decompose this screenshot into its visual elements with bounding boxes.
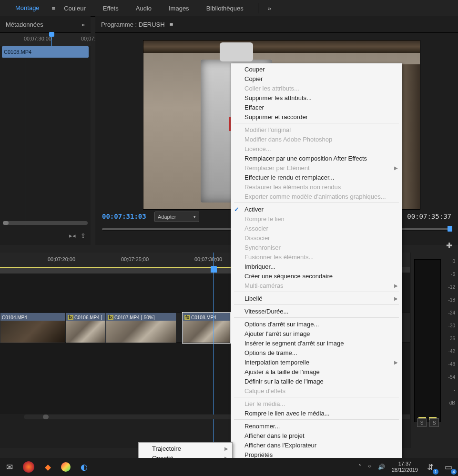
solo-button[interactable]: S — [429, 418, 439, 427]
app-icon[interactable] — [61, 462, 71, 472]
menu-item[interactable]: Créer une séquence secondaire — [231, 271, 402, 281]
menu-item: Dissocier — [231, 233, 402, 243]
menu-item[interactable]: Définir sur la taille de l'image — [231, 376, 402, 386]
timecode-in[interactable]: 00:07:31:03 — [102, 213, 146, 220]
audio-meters: 0-6-12-18-24-30-36-42-48-54-dB S S — [410, 253, 458, 448]
menu-item: Exporter comme modèle d'animations graph… — [231, 192, 402, 201]
timecode-out: 00:07:35:37 — [407, 213, 451, 220]
date-label: 28/12/2019 — [392, 467, 418, 473]
notifications-icon[interactable]: ▭ — [443, 461, 454, 473]
source-scrollbar[interactable] — [3, 221, 88, 225]
menu-item[interactable]: Remplacer par une composition After Effe… — [231, 153, 402, 163]
zoom-fit-dropdown[interactable]: Adapter ▾ — [154, 212, 199, 222]
overflow-icon[interactable]: » — [268, 5, 271, 12]
timeline-clip[interactable]: fxC0108.MP4 — [183, 313, 230, 343]
solo-button[interactable]: S — [417, 418, 427, 427]
clock[interactable]: 17:37 28/12/2019 — [392, 461, 418, 473]
menu-item[interactable]: Options d'arrêt sur image... — [231, 319, 402, 329]
menu-item: Remplacer par Elément▶ — [231, 163, 402, 172]
menu-item[interactable]: Supprimer les attributs... — [231, 93, 402, 102]
menu-item: Multi-caméras▶ — [231, 281, 402, 290]
menu-item: Fusionner les éléments... — [231, 252, 402, 262]
mail-icon[interactable]: ✉ — [4, 461, 15, 473]
menu-item[interactable]: Libellé▶ — [231, 294, 402, 303]
menu-item: Coller les attributs... — [231, 83, 402, 93]
tab-audio[interactable]: Audio — [127, 0, 160, 16]
volume-icon[interactable]: 🔊 — [378, 464, 385, 470]
menu-item[interactable]: Copier — [231, 74, 402, 83]
menu-item[interactable]: Interpolation temporelle▶ — [231, 357, 402, 367]
meter — [414, 259, 441, 422]
tray-app-icon[interactable]: ⇵ — [425, 461, 436, 473]
windows-taskbar: ✉ ◆ ◐ ˄ ⌔ 🔊 17:37 28/12/2019 ⇵ ▭ — [0, 458, 458, 476]
tab-effets[interactable]: Effets — [94, 0, 127, 16]
timeline-clip[interactable]: C0104.MP4 — [0, 313, 65, 343]
tab-images[interactable]: Images — [160, 0, 198, 16]
menu-item[interactable]: Ajuster à la taille de l'image — [231, 367, 402, 376]
tab-couleur[interactable]: Couleur — [55, 0, 94, 16]
menu-item[interactable]: Vitesse/Durée... — [231, 306, 402, 316]
menu-item: Calque d'effets — [231, 386, 402, 395]
context-menu: CouperCopierColler les attributs...Suppr… — [231, 63, 402, 474]
overflow-icon[interactable]: » — [81, 21, 85, 28]
chevron-down-icon: ▾ — [193, 214, 196, 219]
time-label: 17:37 — [392, 461, 418, 467]
ruler-tick: 00;07:25;00 — [121, 256, 149, 262]
tab-biblio[interactable]: Bibliothèques — [198, 0, 252, 16]
menu-item: Synchroniser — [231, 243, 402, 252]
panel-title: Programme : DERUSH — [101, 21, 165, 28]
timeline-clip[interactable]: fxC0106.MP4 [ — [66, 313, 106, 343]
metadata-panel: Métadonnées » 00;07:30:00 00;07:35; C010… — [0, 16, 91, 245]
timecode-label: 00;07:30:00 — [24, 36, 51, 41]
menu-item[interactable]: Supprimer et raccorder — [231, 112, 402, 122]
ruler-tick: 00;07:30;00 — [194, 256, 222, 262]
menu-item[interactable]: Afficher dans le projet — [231, 431, 402, 440]
menu-item[interactable]: Effectuer le rendu et remplacer... — [231, 172, 402, 182]
menu-item[interactable]: Effacer — [231, 102, 402, 112]
menu-item[interactable]: Ajouter l'arrêt sur image — [231, 329, 402, 338]
panel-title: Métadonnées — [6, 21, 43, 28]
menu-item[interactable]: ✓Activer — [231, 204, 402, 214]
insert-icon[interactable]: ▸◂ — [69, 232, 76, 239]
add-button[interactable]: ✚ — [446, 241, 452, 250]
playhead[interactable] — [26, 46, 26, 227]
dropdown-label: Adapter — [158, 214, 176, 220]
wifi-icon[interactable]: ⌔ — [368, 464, 371, 470]
ruler-tick: 00;07:20;00 — [48, 256, 75, 262]
menu-item[interactable]: Trajectoire▶ — [139, 444, 232, 453]
menu-item: Associer — [231, 223, 402, 233]
tab-montage[interactable]: Montage — [7, 0, 48, 17]
brave-icon[interactable]: ◆ — [42, 461, 53, 473]
tray-chevron-icon[interactable]: ˄ — [358, 464, 361, 470]
menu-item[interactable]: Renommer... — [231, 421, 402, 431]
menu-item[interactable]: Rompre le lien avec le média... — [231, 408, 402, 418]
source-ruler[interactable]: 00;07:30:00 00;07:35; — [0, 33, 91, 46]
menu-item: Restaurer les éléments non rendus — [231, 182, 402, 192]
app-icon[interactable]: ◐ — [78, 461, 90, 473]
resolve-icon[interactable] — [23, 461, 34, 473]
menu-item[interactable]: Afficher dans l'Explorateur — [231, 440, 402, 450]
menu-item[interactable]: Couper — [231, 64, 402, 74]
menu-item[interactable]: Insérer le segment d'arrêt sur image — [231, 338, 402, 348]
menu-item: Modifier l'original — [231, 125, 402, 134]
out-point-marker[interactable] — [448, 226, 452, 232]
hamburger-icon[interactable]: ≡ — [52, 5, 56, 12]
workspace-tabs: Montage ≡ Couleur Effets Audio Images Bi… — [0, 0, 458, 17]
menu-item: Licence... — [231, 144, 402, 153]
menu-item[interactable]: Options de trame... — [231, 348, 402, 357]
menu-item: Rompre le lien — [231, 214, 402, 223]
menu-item[interactable]: Imbriquer... — [231, 262, 402, 271]
source-clip[interactable]: C0108.MP4 — [2, 46, 89, 58]
export-icon[interactable]: ⇪ — [81, 232, 86, 239]
menu-item: Lier le média... — [231, 399, 402, 408]
panel-menu-icon[interactable]: ≡ — [170, 21, 173, 28]
timeline-clip[interactable]: fxC0107.MP4 [-50%] — [106, 313, 176, 343]
menu-item: Modifier dans Adobe Photoshop — [231, 134, 402, 144]
